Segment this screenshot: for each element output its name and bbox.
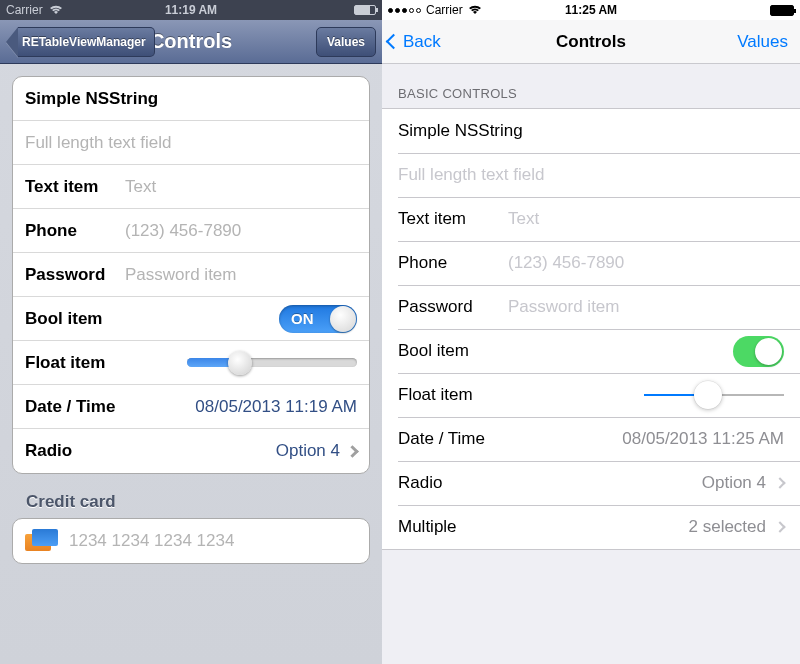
ios7-screen: Carrier 11:25 AM Back Controls Values BA…	[382, 0, 800, 664]
multiple-value: 2 selected	[689, 517, 767, 537]
full-text-placeholder: Full length text field	[398, 165, 544, 185]
multiple-label: Multiple	[398, 517, 508, 537]
datetime-label: Date / Time	[25, 397, 125, 417]
basic-controls-group: Simple NSString Full length text field T…	[382, 108, 800, 550]
phone-cell[interactable]: Phone(123) 456-7890	[382, 241, 800, 285]
radio-label: Radio	[25, 441, 125, 461]
slider-thumb	[228, 351, 252, 375]
clock: 11:19 AM	[165, 3, 217, 17]
battery-icon	[770, 5, 794, 16]
back-chevron-icon	[386, 34, 402, 50]
radio-cell[interactable]: RadioOption 4	[382, 461, 800, 505]
phone-placeholder: (123) 456-7890	[508, 253, 624, 273]
back-button[interactable]: RETableViewManager	[6, 27, 155, 57]
datetime-value: 08/05/2013 11:19 AM	[195, 397, 357, 417]
back-button[interactable]: Back	[388, 32, 441, 52]
switch-knob	[330, 306, 356, 332]
switch-knob	[755, 338, 782, 365]
radio-value: Option 4	[702, 473, 766, 493]
password-cell[interactable]: PasswordPassword item	[13, 253, 369, 297]
switch-on-label: ON	[291, 310, 314, 327]
bool-item-cell: Bool item	[382, 329, 800, 373]
nav-bar: RETableViewManager Controls Values	[0, 20, 382, 64]
chevron-right-icon	[774, 477, 785, 488]
ios6-screen: Carrier 11:19 AM RETableViewManager Cont…	[0, 0, 382, 664]
float-label: Float item	[398, 385, 508, 405]
back-arrow-icon	[6, 27, 18, 57]
simple-string-label: Simple NSString	[25, 89, 158, 109]
credit-card-cell[interactable]: 1234 1234 1234 1234	[13, 519, 369, 563]
basic-controls-header: BASIC CONTROLS	[382, 64, 800, 108]
float-item-cell: Float item	[13, 341, 369, 385]
datetime-cell[interactable]: Date / Time08/05/2013 11:19 AM	[13, 385, 369, 429]
credit-card-placeholder: 1234 1234 1234 1234	[69, 531, 234, 551]
float-slider[interactable]	[644, 380, 784, 410]
text-item-placeholder: Text	[125, 177, 156, 197]
back-label: Back	[403, 32, 441, 52]
radio-value: Option 4	[276, 441, 340, 461]
credit-card-header: Credit card	[26, 492, 370, 512]
radio-cell[interactable]: RadioOption 4	[13, 429, 369, 473]
phone-placeholder: (123) 456-7890	[125, 221, 241, 241]
status-bar: Carrier 11:25 AM	[382, 0, 800, 20]
datetime-label: Date / Time	[398, 429, 508, 449]
wifi-icon	[49, 5, 63, 15]
password-placeholder: Password item	[508, 297, 619, 317]
bool-switch[interactable]: ON	[279, 305, 357, 333]
back-label: RETableViewManager	[18, 27, 155, 57]
datetime-value: 08/05/2013 11:25 AM	[622, 429, 784, 449]
battery-icon	[354, 5, 376, 15]
wifi-icon	[468, 5, 482, 15]
basic-controls-group: Simple NSString Full length text field T…	[12, 76, 370, 474]
credit-card-icon	[25, 529, 59, 553]
password-placeholder: Password item	[125, 265, 236, 285]
status-bar: Carrier 11:19 AM	[0, 0, 382, 20]
full-text-placeholder: Full length text field	[25, 133, 171, 153]
phone-cell[interactable]: Phone(123) 456-7890	[13, 209, 369, 253]
radio-label: Radio	[398, 473, 508, 493]
bool-item-cell: Bool item ON	[13, 297, 369, 341]
values-button[interactable]: Values	[316, 27, 376, 57]
signal-icon	[388, 8, 421, 13]
simple-string-cell[interactable]: Simple NSString	[13, 77, 369, 121]
datetime-cell[interactable]: Date / Time08/05/2013 11:25 AM	[382, 417, 800, 461]
float-slider[interactable]	[187, 349, 357, 377]
simple-string-label: Simple NSString	[398, 121, 523, 141]
float-label: Float item	[25, 353, 125, 373]
phone-label: Phone	[25, 221, 125, 241]
password-label: Password	[398, 297, 508, 317]
phone-label: Phone	[398, 253, 508, 273]
chevron-right-icon	[346, 445, 359, 458]
text-item-placeholder: Text	[508, 209, 539, 229]
bool-label: Bool item	[25, 309, 125, 329]
bool-switch[interactable]	[733, 336, 784, 367]
password-cell[interactable]: PasswordPassword item	[382, 285, 800, 329]
values-button[interactable]: Values	[737, 32, 788, 52]
text-item-cell[interactable]: Text itemText	[382, 197, 800, 241]
text-item-label: Text item	[398, 209, 508, 229]
text-item-cell[interactable]: Text itemText	[13, 165, 369, 209]
clock: 11:25 AM	[565, 3, 617, 17]
nav-bar: Back Controls Values	[382, 20, 800, 64]
text-item-label: Text item	[25, 177, 125, 197]
simple-string-cell[interactable]: Simple NSString	[382, 109, 800, 153]
credit-card-group: 1234 1234 1234 1234	[12, 518, 370, 564]
multiple-cell[interactable]: Multiple2 selected	[382, 505, 800, 549]
slider-thumb	[694, 381, 722, 409]
nav-title: Controls	[556, 32, 626, 52]
nav-title: Controls	[150, 30, 232, 53]
full-text-cell[interactable]: Full length text field	[382, 153, 800, 197]
carrier-label: Carrier	[426, 3, 463, 17]
password-label: Password	[25, 265, 125, 285]
chevron-right-icon	[774, 521, 785, 532]
full-text-cell[interactable]: Full length text field	[13, 121, 369, 165]
carrier-label: Carrier	[6, 3, 43, 17]
bool-label: Bool item	[398, 341, 508, 361]
float-item-cell: Float item	[382, 373, 800, 417]
